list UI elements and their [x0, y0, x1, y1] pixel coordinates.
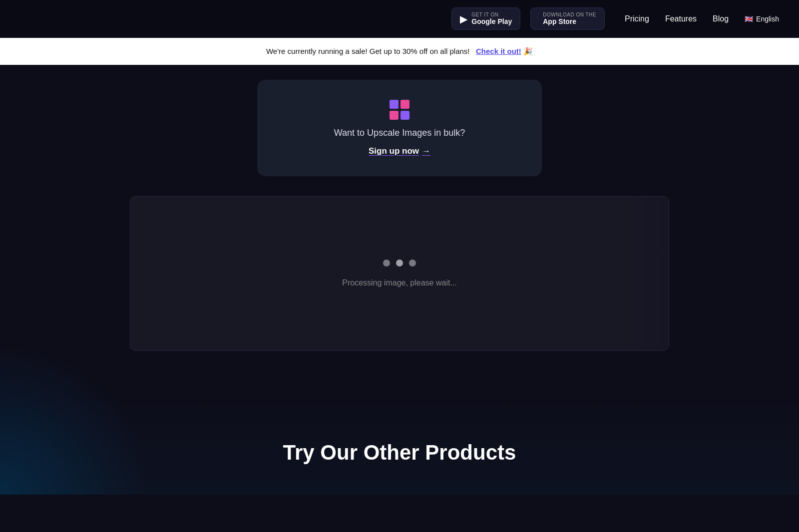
app-store-name-label: App Store	[543, 17, 576, 25]
signup-arrow-icon: →	[422, 146, 430, 156]
navbar: ▶ GET IT ON Google Play Download on the …	[0, 0, 799, 38]
main-content: Want to Upscale Images in bulk? Sign up …	[0, 65, 799, 381]
logo-cell-bl	[390, 111, 399, 120]
language-label: English	[756, 15, 779, 23]
loading-dot-3	[409, 260, 416, 266]
blog-link[interactable]: Blog	[713, 14, 729, 23]
logo-cell-tl	[390, 100, 399, 109]
upscale-headline: Want to Upscale Images in bulk?	[334, 128, 465, 138]
loading-dot-2	[396, 260, 403, 266]
app-store-download-label: Download on the	[543, 12, 596, 17]
features-link[interactable]: Features	[665, 14, 697, 23]
pricing-link[interactable]: Pricing	[625, 14, 649, 23]
google-play-button[interactable]: ▶ GET IT ON Google Play	[451, 7, 520, 30]
flag-icon: 🇬🇧	[745, 15, 753, 23]
google-play-name-label: Google Play	[471, 17, 512, 25]
processing-area: Processing image, please wait...	[130, 196, 669, 351]
language-selector[interactable]: 🇬🇧 English	[745, 15, 779, 23]
google-play-icon: ▶	[460, 13, 467, 25]
google-play-get-it-label: GET IT ON	[471, 12, 498, 17]
signup-label: Sign up now	[369, 146, 419, 156]
upscale-card: Want to Upscale Images in bulk? Sign up …	[257, 80, 542, 176]
processing-status-text: Processing image, please wait...	[342, 278, 456, 287]
loading-dot-1	[383, 260, 390, 266]
upscale-logo	[390, 100, 409, 120]
side-panel-overlay	[619, 197, 669, 350]
nav-links: Pricing Features Blog 🇬🇧 English	[625, 14, 779, 23]
logo-cell-br	[400, 111, 409, 120]
bottom-section: Try Our Other Products	[0, 401, 799, 495]
logo-cell-tr	[400, 100, 409, 109]
sale-emoji: 🎉	[523, 47, 533, 55]
sale-text: We're currently running a sale! Get up t…	[266, 47, 470, 55]
loading-dots	[383, 260, 416, 266]
signup-now-button[interactable]: Sign up now →	[369, 146, 430, 156]
sale-banner: We're currently running a sale! Get up t…	[0, 38, 799, 65]
try-products-heading: Try Our Other Products	[283, 441, 516, 465]
app-store-button[interactable]: Download on the App Store	[530, 7, 605, 30]
sale-link[interactable]: Check it out!	[476, 47, 521, 55]
